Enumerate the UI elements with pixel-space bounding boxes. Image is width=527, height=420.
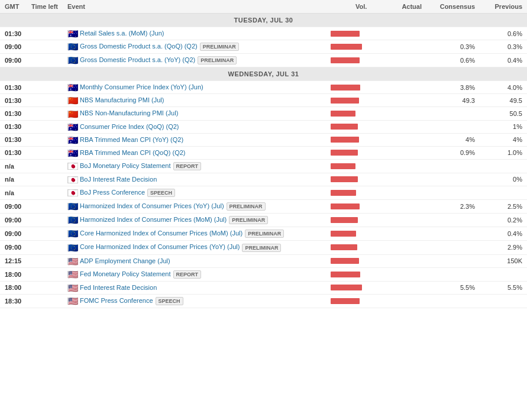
vol-cell (326, 146, 385, 159)
event-link[interactable]: BoJ Interest Rate Decision (80, 176, 157, 183)
badge-report: REPORT (173, 270, 202, 279)
event-link[interactable]: NBS Non-Manufacturing PMI (Jul) (80, 109, 178, 117)
flag-icon: 🇪🇺 (67, 244, 78, 251)
gmt-cell: 18:00 (0, 267, 27, 281)
vol-cell (326, 173, 385, 186)
timeleft-cell (27, 173, 63, 186)
actual-cell (385, 214, 426, 227)
vol-bar (331, 298, 360, 304)
previous-cell: 0.4% (480, 227, 527, 241)
event-link[interactable]: Core Harmonized Index of Consumer Prices… (80, 230, 243, 237)
vol-cell (326, 267, 385, 281)
timeleft-cell (27, 254, 63, 267)
consensus-cell (426, 107, 480, 120)
consensus-cell (426, 173, 480, 186)
event-cell: 🇺🇸Fed Monetary Policy StatementREPORT (63, 267, 326, 281)
timeleft-cell (27, 294, 63, 308)
flag-icon: 🇦🇺 (67, 84, 78, 91)
vol-bar (331, 176, 358, 182)
event-link[interactable]: FOMC Press Conference (80, 297, 153, 304)
gmt-cell: 01:30 (0, 107, 27, 120)
timeleft-cell (27, 200, 63, 214)
actual-cell (385, 159, 426, 173)
consensus-cell (426, 227, 480, 241)
table-row: 01:30 🇦🇺Retail Sales s.a. (MoM) (Jun) 0.… (0, 27, 527, 40)
actual-cell (385, 241, 426, 254)
vol-bar-container (331, 31, 378, 37)
vol-cell (326, 254, 385, 267)
event-link[interactable]: RBA Trimmed Mean CPI (QoQ) (Q2) (80, 149, 185, 156)
previous-cell: 1.0% (480, 146, 527, 159)
table-row: 09:00 🇪🇺Gross Domestic Product s.a. (QoQ… (0, 40, 527, 54)
previous-cell: 0.2% (480, 214, 527, 227)
previous-cell: 0.4% (480, 54, 527, 67)
vol-cell (326, 241, 385, 254)
event-link[interactable]: Fed Interest Rate Decision (80, 284, 157, 291)
gmt-cell: 01:30 (0, 81, 27, 94)
event-link[interactable]: Harmonized Index of Consumer Prices (MoM… (80, 216, 227, 223)
table-row: 09:00 🇪🇺Gross Domestic Product s.a. (YoY… (0, 54, 527, 67)
timeleft-cell (27, 159, 63, 173)
event-link[interactable]: BoJ Press Conference (80, 189, 145, 196)
vol-bar (331, 244, 357, 250)
vol-bar (331, 163, 355, 169)
event-link[interactable]: Consumer Price Index (QoQ) (Q2) (80, 123, 179, 130)
vol-bar (331, 258, 359, 264)
event-link[interactable]: Gross Domestic Product s.a. (QoQ) (Q2) (80, 43, 198, 50)
section-header: TUESDAY, JUL 30 (0, 14, 527, 27)
event-link[interactable]: Gross Domestic Product s.a. (YoY) (Q2) (80, 56, 195, 63)
consensus-cell: 3.8% (426, 81, 480, 94)
flag-icon: 🇺🇸 (67, 258, 78, 265)
previous-cell: 2.5% (480, 200, 527, 214)
event-link[interactable]: Retail Sales s.a. (MoM) (Jun) (80, 30, 164, 37)
event-link[interactable]: Core Harmonized Index of Consumer Prices… (80, 243, 240, 250)
event-link[interactable]: ADP Employment Change (Jul) (80, 257, 170, 264)
table-row: n/a 🇯🇵BoJ Press ConferenceSPEECH (0, 186, 527, 200)
vol-bar-container (331, 98, 378, 104)
vol-cell (326, 27, 385, 40)
previous-cell: 49.5 (480, 94, 527, 107)
event-link[interactable]: Harmonized Index of Consumer Prices (YoY… (80, 202, 224, 209)
table-header: GMT Time left Event Vol. Actual Consensu… (0, 0, 527, 14)
consensus-cell: 5.5% (426, 281, 480, 294)
flag-icon: 🇨🇳 (67, 97, 78, 104)
event-link[interactable]: NBS Manufacturing PMI (Jul) (80, 96, 164, 104)
gmt-cell: 01:30 (0, 133, 27, 146)
vol-bar-container (331, 244, 378, 250)
event-cell: 🇨🇳NBS Non-Manufacturing PMI (Jul) (63, 107, 326, 120)
vol-bar-container (331, 190, 378, 196)
consensus-cell (426, 254, 480, 267)
actual-cell (385, 120, 426, 133)
consensus-cell (426, 186, 480, 200)
vol-cell (326, 54, 385, 67)
event-link[interactable]: Monthly Consumer Price Index (YoY) (Jun) (80, 83, 203, 91)
table-row: 01:30 🇨🇳NBS Non-Manufacturing PMI (Jul) … (0, 107, 527, 120)
event-link[interactable]: BoJ Monetary Policy Statement (80, 162, 170, 169)
flag-icon: 🇨🇳 (67, 111, 78, 118)
vol-bar (331, 231, 356, 237)
previous-cell: 150K (480, 254, 527, 267)
col-previous: Previous (480, 0, 527, 14)
section-title: WEDNESDAY, JUL 31 (0, 67, 527, 81)
event-link[interactable]: RBA Trimmed Mean CPI (YoY) (Q2) (80, 136, 183, 143)
previous-cell: 2.9% (480, 241, 527, 254)
timeleft-cell (27, 267, 63, 281)
vol-cell (326, 94, 385, 107)
vol-bar-container (331, 272, 378, 277)
badge-preliminar: PRELIMINAR (245, 230, 284, 238)
table-row: 01:30 🇦🇺RBA Trimmed Mean CPI (YoY) (Q2) … (0, 133, 527, 146)
col-gmt: GMT (0, 0, 27, 14)
previous-cell: 0.6% (480, 27, 527, 40)
timeleft-cell (27, 133, 63, 146)
vol-bar (331, 31, 360, 37)
previous-cell: 4% (480, 133, 527, 146)
gmt-cell: n/a (0, 186, 27, 200)
event-link[interactable]: Fed Monetary Policy Statement (80, 270, 170, 277)
actual-cell (385, 81, 426, 94)
table-row: 18:30 🇺🇸FOMC Press ConferenceSPEECH (0, 294, 527, 308)
vol-cell (326, 200, 385, 214)
timeleft-cell (27, 40, 63, 54)
vol-cell (326, 214, 385, 227)
gmt-cell: 01:30 (0, 120, 27, 133)
event-cell: 🇦🇺Consumer Price Index (QoQ) (Q2) (63, 120, 326, 133)
